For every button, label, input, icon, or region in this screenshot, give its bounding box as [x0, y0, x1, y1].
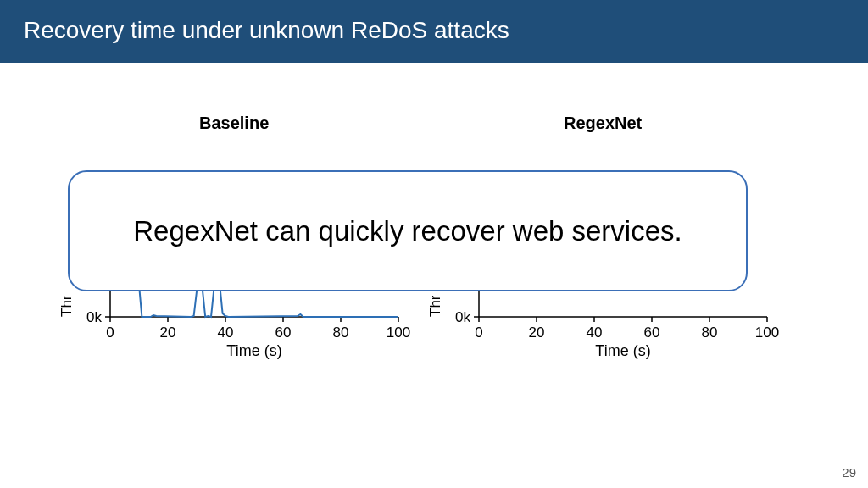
xtick-2: 40	[587, 324, 603, 341]
x-ticks	[479, 317, 767, 322]
xtick-0: 0	[106, 324, 114, 341]
xtick-3: 60	[644, 324, 660, 341]
xtick-1: 20	[160, 324, 176, 341]
ytick-0: 0k	[455, 309, 470, 325]
x-axis-label: Time (s)	[595, 342, 650, 359]
xtick-0: 0	[475, 324, 482, 341]
slide-title: Recovery time under unknown ReDoS attack…	[24, 17, 509, 43]
chart-title-right: RegexNet	[564, 114, 642, 133]
slide-title-bar: Recovery time under unknown ReDoS attack…	[0, 0, 868, 63]
x-axis-label: Time (s)	[226, 342, 281, 359]
xtick-4: 80	[333, 324, 349, 341]
page-number: 29	[842, 465, 856, 480]
ytick-0: 0k	[86, 309, 102, 325]
slide: Recovery time under unknown ReDoS attack…	[0, 0, 868, 488]
xtick-1: 20	[529, 324, 545, 341]
xtick-3: 60	[275, 324, 292, 341]
chart-title-left: Baseline	[199, 114, 269, 133]
y-axis-label: Thr	[59, 295, 75, 317]
callout-text: RegexNet can quickly recover web service…	[133, 215, 682, 247]
xtick-5: 100	[755, 324, 779, 341]
callout-box: RegexNet can quickly recover web service…	[68, 170, 748, 291]
y-axis-label: Thr	[428, 295, 443, 317]
xtick-2: 40	[218, 324, 234, 341]
xtick-4: 80	[702, 324, 718, 341]
xtick-5: 100	[387, 324, 410, 341]
slide-content: Baseline RegexNet	[0, 63, 868, 466]
